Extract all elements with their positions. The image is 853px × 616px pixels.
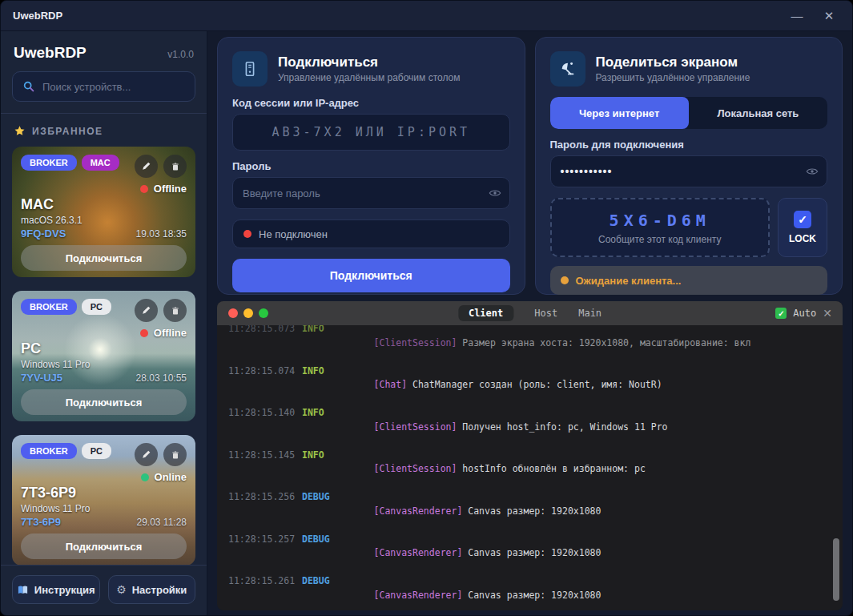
traffic-yellow-icon[interactable] bbox=[243, 308, 253, 318]
edit-button[interactable] bbox=[135, 155, 158, 178]
device-last-seen: 19.03 18:35 bbox=[136, 228, 187, 240]
share-password-value[interactable]: ••••••••••• bbox=[550, 155, 828, 187]
console-tab-host[interactable]: Host bbox=[534, 308, 557, 319]
password-label: Пароль bbox=[232, 160, 510, 172]
session-code-input[interactable] bbox=[232, 114, 510, 151]
log-line: 11:28:15.074 INFO [Chat] ChatManager соз… bbox=[228, 364, 831, 407]
minimize-button[interactable]: — bbox=[783, 6, 811, 26]
edit-button[interactable] bbox=[135, 299, 158, 322]
desktop-icon bbox=[232, 51, 268, 87]
device-status: Online bbox=[155, 471, 187, 483]
trash-icon bbox=[171, 450, 180, 460]
search-icon bbox=[22, 80, 35, 93]
device-last-seen: 29.03 11:28 bbox=[136, 517, 187, 528]
device-cards: BROKERMAC Offline MAC macOS 26.3.1 9FQ-D… bbox=[12, 147, 195, 565]
device-card[interactable]: BROKERPC Online 7T3-6P9 Windows 11 Pro 7… bbox=[12, 435, 195, 565]
log-timestamp: 11:28:15.256 bbox=[228, 490, 302, 505]
console-log[interactable]: 11:28:15.073 INFO [ClientSession] Размер… bbox=[217, 325, 843, 610]
log-tag: [Chat] bbox=[374, 379, 408, 390]
log-level: INFO bbox=[302, 449, 340, 463]
delete-button[interactable] bbox=[163, 443, 187, 466]
log-timestamp: 11:28:15.257 bbox=[228, 533, 302, 547]
log-message: [ClientSession] Получен host_info: pc, W… bbox=[340, 406, 831, 449]
device-os: Windows 11 Pro bbox=[21, 359, 187, 370]
log-timestamp: 11:28:15.145 bbox=[228, 449, 302, 463]
connect-status: Не подключен bbox=[232, 219, 510, 248]
connect-status-label: Не подключен bbox=[259, 228, 328, 240]
session-code-box[interactable]: 5X6-D6M Сообщите этот код клиенту bbox=[550, 198, 771, 257]
favorites-label: ИЗБРАННОЕ bbox=[32, 126, 103, 137]
auto-label: Auto bbox=[793, 308, 816, 319]
window-title: UwebRDP bbox=[1, 10, 62, 22]
log-level: DEBUG bbox=[302, 533, 340, 547]
console-tab-main[interactable]: Main bbox=[578, 308, 602, 319]
log-level: INFO bbox=[302, 406, 340, 421]
device-status: Offline bbox=[154, 183, 187, 195]
eye-icon[interactable] bbox=[806, 165, 819, 178]
auto-checkbox[interactable]: ✓ bbox=[775, 308, 787, 319]
search-input[interactable] bbox=[42, 81, 185, 93]
device-status: Offline bbox=[154, 327, 187, 339]
device-badge: MAC bbox=[82, 155, 119, 171]
console-close-icon[interactable]: ✕ bbox=[823, 307, 832, 320]
lock-toggle[interactable]: ✓ LOCK bbox=[778, 198, 827, 257]
traffic-red-icon[interactable] bbox=[228, 308, 238, 318]
connect-button[interactable]: Подключиться bbox=[232, 259, 510, 292]
card-connect-button[interactable]: Подключиться bbox=[21, 389, 187, 415]
device-card[interactable]: BROKERMAC Offline MAC macOS 26.3.1 9FQ-D… bbox=[12, 147, 195, 277]
device-code: 7YV-UJ5 bbox=[21, 372, 62, 384]
pencil-icon bbox=[141, 305, 151, 316]
window-controls: — ✕ bbox=[783, 6, 852, 26]
device-os: Windows 11 Pro bbox=[21, 503, 187, 514]
log-message: [CanvasRenderer] Canvas размер: 1920x108… bbox=[340, 533, 831, 575]
app-version: v1.0.0 bbox=[167, 49, 194, 60]
trash-icon bbox=[171, 306, 180, 316]
log-line: 11:28:15.261 DEBUG [CanvasRenderer] Canv… bbox=[228, 574, 831, 610]
tab-local-network[interactable]: Локальная сеть bbox=[689, 97, 827, 129]
device-badges: BROKERMAC bbox=[21, 155, 119, 171]
device-name: 7T3-6P9 bbox=[21, 485, 187, 501]
share-mode-tabs: Через интернет Локальная сеть bbox=[550, 97, 828, 129]
eye-icon[interactable] bbox=[489, 187, 501, 199]
device-search[interactable] bbox=[12, 71, 195, 102]
edit-button[interactable] bbox=[135, 443, 158, 466]
star-icon bbox=[14, 125, 26, 137]
titlebar: UwebRDP — ✕ bbox=[1, 1, 852, 31]
settings-button[interactable]: ⚙ Настройки bbox=[108, 575, 196, 604]
log-level: DEBUG bbox=[302, 574, 340, 589]
lock-checkbox[interactable]: ✓ bbox=[794, 211, 811, 228]
close-button[interactable]: ✕ bbox=[815, 6, 843, 26]
log-tag: [CanvasRenderer] bbox=[374, 505, 463, 517]
scrollbar-thumb[interactable] bbox=[833, 538, 839, 601]
status-dot bbox=[243, 230, 251, 238]
delete-button[interactable] bbox=[163, 299, 187, 322]
log-message: [ClientSession] hostInfo обновлён в избр… bbox=[340, 449, 831, 491]
device-code: 9FQ-DVS bbox=[21, 227, 66, 240]
password-input[interactable] bbox=[232, 177, 510, 209]
status-dot bbox=[140, 329, 148, 337]
device-badges: BROKERPC bbox=[21, 299, 111, 315]
instruction-label: Инструкция bbox=[34, 584, 95, 596]
pencil-icon bbox=[141, 449, 151, 460]
log-line: 11:28:15.140 INFO [ClientSession] Получе… bbox=[228, 406, 831, 449]
device-os: macOS 26.3.1 bbox=[21, 215, 187, 226]
traffic-green-icon[interactable] bbox=[259, 308, 268, 318]
log-line: 11:28:15.073 INFO [ClientSession] Размер… bbox=[228, 325, 831, 364]
device-name: MAC bbox=[21, 196, 187, 213]
card-connect-button[interactable]: Подключиться bbox=[21, 245, 187, 271]
delete-button[interactable] bbox=[163, 155, 187, 178]
device-card[interactable]: BROKERPC Offline PC Windows 11 Pro 7YV-U… bbox=[12, 291, 195, 421]
log-message: [ClientSession] Размер экрана хоста: 192… bbox=[340, 325, 831, 364]
log-message: [CanvasRenderer] Canvas размер: 1920x108… bbox=[340, 574, 831, 610]
card-connect-button[interactable]: Подключиться bbox=[21, 533, 187, 559]
device-badge: BROKER bbox=[21, 299, 77, 315]
console-tab-client[interactable]: Client bbox=[458, 305, 513, 321]
log-message: [Chat] ChatManager создан (роль: client,… bbox=[340, 364, 831, 407]
tab-internet[interactable]: Через интернет bbox=[550, 97, 689, 129]
share-subtitle: Разрешить удалённое управление bbox=[596, 72, 750, 83]
instruction-button[interactable]: Инструкция bbox=[12, 575, 100, 604]
log-tag: [ClientSession] bbox=[374, 421, 457, 433]
log-tag: [ClientSession] bbox=[374, 463, 457, 474]
gear-icon: ⚙ bbox=[116, 583, 127, 596]
share-status-label: Ожидание клиента... bbox=[576, 275, 682, 287]
